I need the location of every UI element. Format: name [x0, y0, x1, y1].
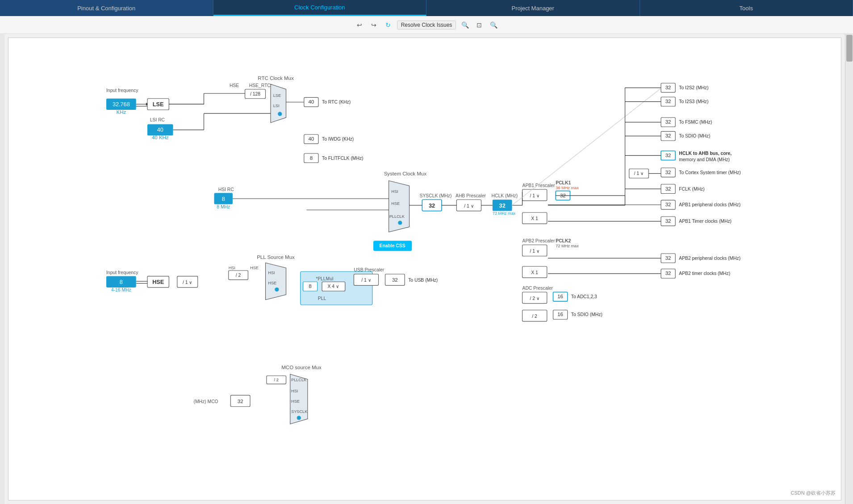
fclk-value: 32 [665, 186, 671, 192]
zoom-in-icon[interactable]: 🔍 [460, 20, 470, 30]
sdio-top-value: 32 [665, 133, 671, 138]
redo-button[interactable]: ↪ [368, 20, 379, 30]
apb2-periph-value: 32 [665, 255, 671, 261]
hclk-ahb-label2: memory and DMA (MHz) [679, 157, 730, 162]
to-iwdg-label: To IWDG (KHz) [322, 137, 354, 142]
hclk-label-text: HCLK (MHz) [492, 193, 518, 198]
tab-project[interactable]: Project Manager [426, 0, 640, 16]
hse-pll: HSE [268, 281, 276, 285]
pllmul-label: *PLLMul [316, 276, 333, 281]
hsi-pll: HSI [268, 271, 275, 275]
mco-mux-label: MCO source Mux [281, 365, 322, 370]
ahb-div1-label: / 1 ∨ [464, 204, 473, 208]
clock-diagram-area: 32.768 KHz LSE 40 40 KHz LSI RC RTC Cloc… [8, 37, 841, 500]
sysclk-label: SYSCLK (MHz) [420, 193, 452, 198]
usb-div1-label: / 1 ∨ [361, 278, 371, 283]
pll-mux-selected [275, 287, 279, 292]
rtc-value: 40 [308, 99, 314, 104]
apb2-timer-value: 32 [665, 271, 671, 276]
hclk-i2s2-line [512, 88, 661, 205]
zoom-out-icon[interactable]: 🔍 [488, 20, 499, 30]
hsi-pll-label: HSI [229, 266, 235, 270]
mco-mux-selected [297, 416, 301, 420]
tab-tools[interactable]: Tools [640, 0, 853, 16]
hse-to-sys: HSE [391, 201, 400, 206]
ahb-prescaler-label: AHB Prescaler [456, 193, 486, 198]
apb1-periph-value: 32 [665, 202, 671, 207]
div128-label: / 128 [250, 92, 260, 96]
sdio-top-label: To SDIO (MHz) [679, 133, 710, 138]
usb-value: 32 [392, 277, 398, 283]
hse-rtc-label2: HSE_RTC [249, 83, 271, 88]
apb1-timer-label: APB1 Timer clocks (MHz) [679, 219, 732, 224]
pllclk-mco-label: PLLCLK [291, 378, 307, 382]
tab-pinout[interactable]: Pinout & Configuration [0, 0, 213, 16]
rtc-mux-selected [278, 112, 282, 116]
pllclk-to-sys: PLLCLK [389, 214, 405, 219]
pclk1-max: 36 MHz max [556, 186, 579, 190]
sysclk-value: 32 [429, 203, 435, 209]
mco-value: 32 [238, 399, 243, 404]
flitfclk-value: 8 [310, 155, 313, 161]
pclk2-max: 72 MHz max [556, 244, 579, 248]
lse-label: LSE [153, 101, 164, 108]
lsi-rc-label: LSI RC [150, 117, 165, 122]
resolve-clock-button[interactable]: Resolve Clock Issues [397, 21, 456, 29]
main-content: 32.768 KHz LSE 40 40 KHz LSI RC RTC Cloc… [0, 34, 853, 504]
hse-rtc-label: HSE [230, 83, 239, 88]
cortex-div1-label: / 1 ∨ [634, 171, 644, 176]
toolbar: ↩ ↪ ↻ Resolve Clock Issues 🔍 ⊡ 🔍 [0, 16, 853, 34]
refresh-button[interactable]: ↻ [383, 20, 393, 30]
mco-div2-label: / 2 [274, 378, 279, 382]
x4-label: X 4 ∨ [328, 284, 339, 289]
hclk-ahb-value: 32 [665, 153, 671, 158]
hclk-max-text: 72 MHz max [493, 211, 516, 216]
sdio-div2-label: / 2 [532, 314, 537, 319]
div2-hsi-label: / 2 [236, 273, 241, 278]
apb2-x1-label: X 1 [531, 270, 538, 275]
hse-unit: 4-16 MHz [111, 287, 131, 292]
pll-source-mux-label: PLL Source Mux [257, 254, 295, 260]
apb1-div1-label: / 1 ∨ [530, 193, 539, 198]
adc-prescaler-label: ADC Prescaler [523, 286, 553, 291]
apb2-periph-label: APB2 peripheral clocks (MHz) [679, 256, 740, 261]
pll-value: 8 [309, 283, 311, 289]
apb1-periph-label: APB1 peripheral clocks (MHz) [679, 202, 740, 207]
sys-clk-mux-label: System Clock Mux [384, 171, 426, 176]
cortex-value: 32 [665, 170, 671, 175]
hse-div1-label: / 1 ∨ [183, 280, 192, 285]
lsi-freq-value: 40 [157, 127, 163, 133]
i2s2-value: 32 [665, 85, 671, 90]
i2s3-label: To I2S3 (MHz) [679, 99, 708, 104]
adc-div2-label: / 2 ∨ [530, 296, 539, 301]
fsmc-value: 32 [665, 119, 671, 125]
adc-label: To ADC1,2,3 [571, 294, 597, 299]
fsmc-label: To FSMC (MHz) [679, 120, 712, 125]
sdio-bot-label: To SDIO (MHz) [571, 312, 602, 317]
rtc-clock-mux-label: RTC Clock Mux [258, 75, 294, 81]
pll-text: PLL [318, 296, 326, 301]
apb2-timer-label: APB2 timer clocks (MHz) [679, 271, 730, 276]
lse-unit: KHz [116, 109, 126, 115]
hse-pll-label2: HSE [250, 266, 259, 270]
sysclk-mux-selected [398, 221, 402, 225]
hsi-rc-label: HSI RC [218, 187, 234, 192]
apb1-x1-label: X 1 [531, 216, 538, 221]
adc-value: 16 [557, 294, 563, 299]
apb2-div1-label: / 1 ∨ [530, 249, 539, 254]
undo-button[interactable]: ↩ [354, 20, 365, 30]
hse-value: 8 [120, 279, 123, 285]
tab-clock[interactable]: Clock Configuration [213, 0, 427, 16]
scrollbar-thumb[interactable] [846, 35, 853, 62]
hsi-to-sys: HSI [391, 189, 398, 194]
left-panel [0, 34, 4, 504]
hsi-mco-label: HSI [291, 389, 298, 393]
hclk-value: 32 [499, 203, 506, 209]
hsi-unit: 8 MHz [217, 204, 230, 209]
hclk-ahb-label: HCLK to AHB bus, core, [679, 151, 732, 156]
input-freq-label2: Input frequency [106, 270, 138, 275]
fit-view-icon[interactable]: ⊡ [474, 20, 485, 30]
i2s2-label: To I2S2 (MHz) [679, 85, 708, 90]
i2s3-value: 32 [665, 99, 671, 104]
right-scrollbar[interactable] [845, 34, 853, 504]
